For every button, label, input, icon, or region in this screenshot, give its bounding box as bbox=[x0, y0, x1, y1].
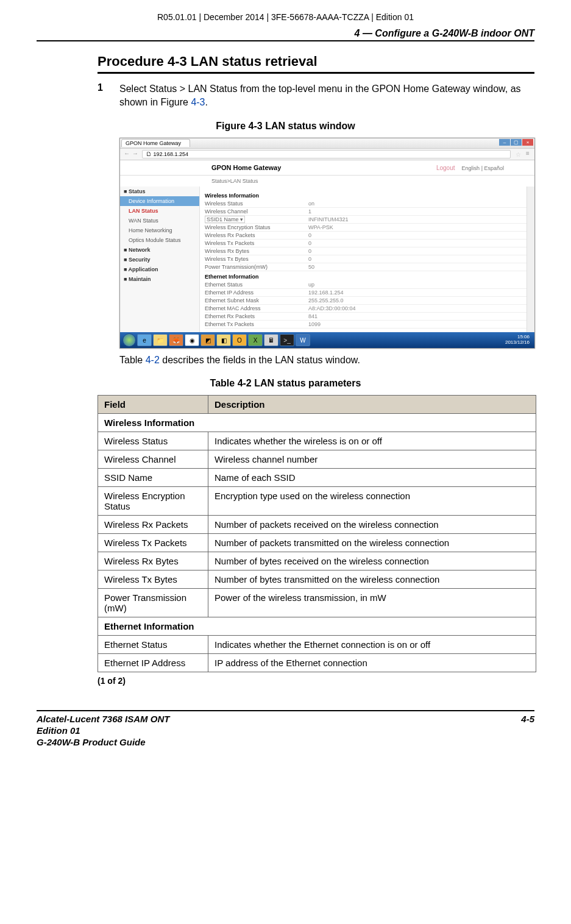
table-field-cell: Wireless Rx Packets bbox=[98, 516, 208, 534]
table-row: Wireless ChannelWireless channel number bbox=[98, 450, 536, 469]
taskbar-firefox-icon[interactable]: 🦊 bbox=[169, 334, 183, 346]
info-field-label: Wireless Rx Packets bbox=[205, 232, 308, 238]
after-figure-text: Table 4-2 describes the fields in the LA… bbox=[119, 355, 534, 366]
info-row: Power Transmission(mW)50 bbox=[205, 263, 530, 271]
browser-menu-icon[interactable]: ≡ bbox=[523, 150, 532, 158]
info-field-label: Ethernet Status bbox=[205, 282, 308, 288]
info-field-label: Power Transmission(mW) bbox=[205, 264, 308, 270]
window-close-icon[interactable]: × bbox=[522, 139, 533, 146]
info-field-label: SSID1 Name ▾ bbox=[205, 216, 308, 222]
taskbar-app1-icon[interactable]: ◩ bbox=[200, 334, 215, 346]
sidebar-item-device-info[interactable]: Device Information bbox=[120, 196, 199, 206]
taskbar-ie-icon[interactable]: e bbox=[137, 334, 152, 346]
sidebar-item-wan-status[interactable]: WAN Status bbox=[120, 216, 199, 226]
step-number: 1 bbox=[98, 82, 119, 108]
table-row: Ethernet StatusIndicates whether the Eth… bbox=[98, 636, 536, 654]
taskbar-excel-icon[interactable]: X bbox=[248, 334, 263, 346]
info-field-value: 0 bbox=[308, 240, 311, 246]
step-text: Select Status > LAN Status from the top-… bbox=[119, 82, 534, 108]
bookmark-star-icon[interactable]: ☆ bbox=[513, 151, 523, 158]
sidebar-group-maintain[interactable]: ■ Maintain bbox=[120, 274, 199, 284]
language-links[interactable]: English | Español bbox=[462, 165, 504, 171]
table-header-field: Field bbox=[98, 396, 208, 414]
sidebar-group-status[interactable]: ■ Status bbox=[120, 187, 199, 196]
browser-tab[interactable]: GPON Home Gateway bbox=[121, 139, 190, 147]
sidebar-group-application[interactable]: ■ Application bbox=[120, 265, 199, 274]
after-fig-b: describes the fields in the LAN status w… bbox=[160, 355, 360, 365]
table-section-wireless: Wireless Information bbox=[98, 414, 536, 432]
back-arrow-icon[interactable]: ← bbox=[122, 150, 131, 158]
step-1: 1 Select Status > LAN Status from the to… bbox=[98, 82, 534, 108]
info-field-label: Wireless Tx Packets bbox=[205, 240, 308, 246]
sidebar-item-lan-status[interactable]: LAN Status bbox=[120, 206, 199, 216]
table-caption: Table 4-2 LAN status parameters bbox=[37, 378, 534, 389]
sidebar-group-network[interactable]: ■ Network bbox=[120, 245, 199, 255]
table-field-cell: Wireless Channel bbox=[98, 450, 208, 469]
taskbar-explorer-icon[interactable]: 📁 bbox=[153, 334, 168, 346]
table-desc-cell: Power of the wireless transmission, in m… bbox=[208, 589, 536, 617]
doc-meta-line: R05.01.01 | December 2014 | 3FE-56678-AA… bbox=[37, 12, 534, 22]
info-field-value: 192.168.1.254 bbox=[308, 290, 344, 296]
info-row: Ethernet Subnet Mask255.255.255.0 bbox=[205, 297, 530, 305]
taskbar-clock: 15:06 2013/12/16 bbox=[505, 335, 532, 346]
info-field-value: 255.255.255.0 bbox=[308, 297, 344, 304]
figure-caption: Figure 4-3 LAN status window bbox=[37, 121, 534, 132]
table-desc-cell: IP address of the Ethernet connection bbox=[208, 654, 536, 672]
table-desc-cell: Number of bytes received on the wireless… bbox=[208, 552, 536, 570]
ssid-select[interactable]: SSID1 Name ▾ bbox=[205, 216, 245, 223]
info-row: Wireless Channel1 bbox=[205, 208, 530, 216]
sidebar-group-security[interactable]: ■ Security bbox=[120, 255, 199, 265]
taskbar-app2-icon[interactable]: ◧ bbox=[216, 334, 231, 346]
taskbar-calc-icon[interactable]: 🖩 bbox=[264, 334, 278, 346]
table-desc-cell: Number of packets transmitted on the wir… bbox=[208, 534, 536, 552]
table-section-ethernet: Ethernet Information bbox=[98, 617, 536, 636]
url-bar[interactable]: 🗋 192.168.1.254 bbox=[142, 150, 511, 158]
start-orb-icon[interactable] bbox=[122, 333, 136, 347]
info-row: Ethernet Tx Packets1099 bbox=[205, 321, 530, 329]
table-row: Wireless Rx PacketsNumber of packets rec… bbox=[98, 516, 536, 534]
table-row: Power Transmission (mW)Power of the wire… bbox=[98, 589, 536, 617]
info-row: Wireless Rx Packets0 bbox=[205, 232, 530, 240]
forward-arrow-icon[interactable]: → bbox=[131, 150, 140, 158]
step-text-b: . bbox=[205, 97, 208, 107]
table-field-cell: Wireless Tx Bytes bbox=[98, 570, 208, 589]
info-row: Ethernet Statusup bbox=[205, 281, 530, 289]
window-minimize-icon[interactable]: – bbox=[499, 139, 510, 146]
footer-left: Alcatel-Lucent 7368 ISAM ONT Edition 01 … bbox=[37, 714, 169, 748]
sidebar-item-optics[interactable]: Optics Module Status bbox=[120, 235, 199, 245]
sidebar-item-home-networking[interactable]: Home Networking bbox=[120, 226, 199, 235]
taskbar-word-icon[interactable]: W bbox=[296, 334, 310, 346]
logout-link[interactable]: Logout bbox=[436, 165, 455, 171]
info-row: Wireless Encryption StatusWPA-PSK bbox=[205, 224, 530, 232]
table-field-cell: Ethernet Status bbox=[98, 636, 208, 654]
table-field-cell: Ethernet IP Address bbox=[98, 654, 208, 672]
window-maximize-icon[interactable]: ▢ bbox=[511, 139, 522, 146]
table-desc-cell: Number of bytes transmitted on the wirel… bbox=[208, 570, 536, 589]
sidebar: ■ Status Device Information LAN Status W… bbox=[120, 187, 200, 332]
table-header-desc: Description bbox=[208, 396, 536, 414]
figure-link[interactable]: 4-3 bbox=[191, 97, 205, 107]
taskbar-chrome-icon[interactable]: ◉ bbox=[185, 334, 199, 346]
table-field-cell: Power Transmission (mW) bbox=[98, 589, 208, 617]
footer-rule bbox=[37, 710, 534, 711]
info-field-label: Ethernet Subnet Mask bbox=[205, 297, 308, 304]
table-field-cell: SSID Name bbox=[98, 469, 208, 487]
scrollbar[interactable] bbox=[527, 187, 534, 332]
info-field-value: 1 bbox=[308, 208, 311, 215]
info-field-label: Ethernet Tx Packets bbox=[205, 321, 308, 327]
info-field-label: Wireless Encryption Status bbox=[205, 224, 308, 230]
table-desc-cell: Number of packets received on the wirele… bbox=[208, 516, 536, 534]
table-row: Wireless Encryption StatusEncryption typ… bbox=[98, 487, 536, 516]
table-row: Wireless Rx BytesNumber of bytes receive… bbox=[98, 552, 536, 570]
info-field-value: WPA-PSK bbox=[308, 224, 333, 230]
table-link[interactable]: 4-2 bbox=[146, 355, 160, 365]
info-row: Wireless Statuson bbox=[205, 200, 530, 208]
table-desc-cell: Name of each SSID bbox=[208, 469, 536, 487]
table-field-cell: Wireless Rx Bytes bbox=[98, 552, 208, 570]
procedure-title: Procedure 4-3 LAN status retrieval bbox=[98, 54, 534, 69]
taskbar-cmd-icon[interactable]: >_ bbox=[280, 334, 294, 346]
taskbar-outlook-icon[interactable]: O bbox=[232, 334, 247, 346]
chapter-title: 4 — Configure a G-240W-B indoor ONT bbox=[37, 28, 534, 39]
info-field-value: 0 bbox=[308, 248, 311, 254]
info-field-value: INFINITUM4321 bbox=[308, 216, 349, 222]
